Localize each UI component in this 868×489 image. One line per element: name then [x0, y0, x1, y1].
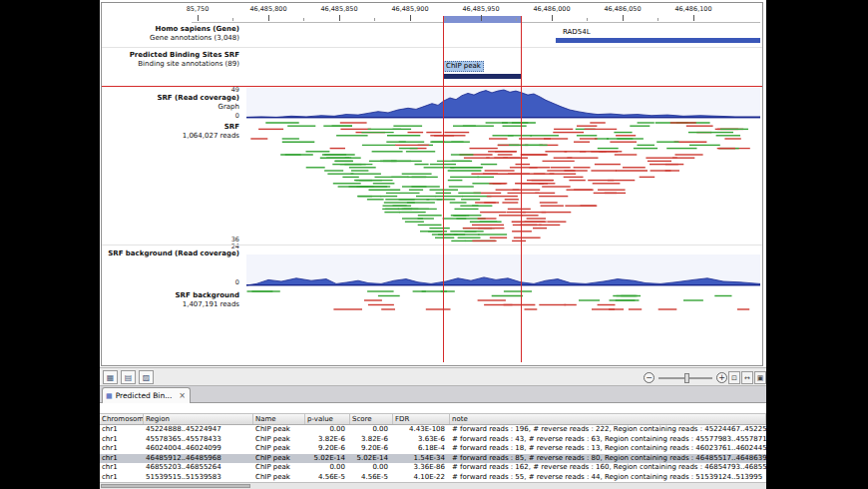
srf-background-reads-track [246, 289, 760, 313]
cell-region: 45578365..45578433 [144, 435, 253, 445]
chip-peak-annotation-bar[interactable] [443, 74, 521, 79]
cell-fdr: 6.18E-4 [393, 444, 450, 454]
cell-fdr: 1.54E-34 [393, 454, 450, 464]
table-row[interactable]: chr146485912..46485968ChIP peak5.02E-145… [100, 454, 766, 464]
srf-coverage-axis-max: 49 [102, 86, 239, 94]
genome-ruler: 85,75046,485,80046,485,85046,485,90046,4… [102, 3, 762, 25]
srf-coverage-subtitle: Graph [102, 103, 239, 111]
cell-fdr: 4.43E-108 [393, 425, 450, 435]
fit-width-icon[interactable]: ↔ [741, 371, 753, 384]
zoom-in-icon[interactable]: + [716, 372, 727, 383]
genome-browser-window: 85,75046,485,80046,485,85046,485,90046,4… [100, 0, 766, 489]
ruler-minor-tick [587, 18, 588, 21]
statusbar-right: ⊡↔▣ [728, 371, 766, 384]
track-separator [102, 244, 762, 245]
results-table-panel: ChromosomeRegionNamep-valueScoreFDRnote … [100, 403, 766, 489]
srf-coverage-title: SRF (Read coverage) [102, 94, 239, 102]
ruler-tick-mark [339, 15, 340, 21]
cell-score: 9.20E-6 [350, 444, 393, 454]
zoom-slider-thumb[interactable] [684, 373, 689, 383]
cell-chromosome: chr1 [100, 435, 144, 445]
cell-score: 5.02E-14 [350, 454, 393, 464]
column-header-fdr[interactable]: FDR [393, 414, 450, 424]
table-row[interactable]: chr146024004..46024099ChIP peak9.20E-69.… [100, 444, 766, 454]
column-header-score[interactable]: Score [350, 414, 393, 424]
bg-coverage-title: SRF background (Read coverage) [102, 249, 239, 257]
cell-name: ChIP peak [253, 454, 305, 464]
bottom-tab-bar: ▦Predicted Bin...× [100, 386, 766, 403]
side-panel-icon[interactable]: ▨ [139, 370, 154, 384]
ruler-tick-label: 85,750 [187, 5, 210, 13]
cell-note: # forward reads : 85, # reverse reads : … [450, 454, 766, 464]
table-row[interactable]: chr145224888..45224947ChIP peak0.000.004… [100, 425, 766, 435]
cell-fdr: 3.63E-6 [393, 435, 450, 445]
track-separator [102, 47, 762, 48]
table-icon: ▦ [106, 392, 113, 400]
selection-right-line [521, 16, 522, 362]
cell-chromosome: chr1 [100, 473, 144, 483]
column-header-pval[interactable]: p-value [305, 414, 350, 424]
table-row[interactable]: chr146855203..46855264ChIP peak0.000.003… [100, 463, 766, 473]
zoom-out-icon[interactable]: − [644, 372, 654, 383]
show-trackview-icon[interactable]: ▤ [121, 370, 136, 384]
ruler-tick-label: 46,486,100 [674, 5, 711, 13]
ruler-tick-label: 46,485,850 [320, 5, 357, 13]
results-table-body: chr145224888..45224947ChIP peak0.000.004… [100, 425, 766, 482]
tab-label: Predicted Bin... [116, 391, 173, 400]
srf-background-coverage-graph [246, 254, 760, 286]
cell-region: 46855203..46855264 [144, 463, 253, 473]
cell-p_value: 9.20E-6 [305, 444, 350, 454]
cell-name: ChIP peak [253, 473, 305, 483]
srf-reads-title: SRF [102, 123, 239, 131]
column-header-chrom[interactable]: Chromosome [100, 414, 144, 424]
gene-annotation-bar[interactable] [556, 38, 760, 43]
cell-fdr: 3.36E-86 [393, 463, 450, 473]
ruler-tick-mark [623, 15, 624, 21]
cell-note: # forward reads : 162, # reverse reads :… [450, 463, 766, 473]
bg-reads-subtitle: 1,407,191 reads [102, 300, 239, 308]
column-header-region[interactable]: Region [144, 414, 253, 424]
table-row[interactable]: chr151539515..51539583ChIP peak4.56E-54.… [100, 473, 766, 483]
scrollbar-thumb[interactable] [101, 484, 250, 488]
cell-note: # forward reads : 55, # reverse reads : … [450, 473, 766, 483]
srf-coverage-graph [246, 88, 760, 119]
tab-close-icon[interactable]: × [179, 391, 186, 400]
selection-horizontal-line [102, 86, 762, 87]
ruler-tick-label: 46,485,800 [249, 5, 286, 13]
cell-region: 45224888..45224947 [144, 425, 253, 435]
cell-p_value: 3.82E-6 [305, 435, 350, 445]
chip-peak-annotation-label[interactable]: ChIP peak [443, 61, 484, 72]
zoom-100-icon[interactable]: ⊡ [728, 371, 740, 384]
cell-score: 0.00 [350, 463, 393, 473]
zoom-slider[interactable] [658, 377, 712, 379]
pan-mode-icon[interactable]: ▣ [754, 371, 766, 384]
tab-predicted-binding-sites[interactable]: ▦Predicted Bin...× [102, 387, 191, 403]
ruler-minor-tick [232, 18, 233, 21]
ruler-tick-mark [410, 15, 411, 21]
show-table-icon[interactable]: ▦ [103, 370, 118, 384]
ruler-tick-mark [268, 15, 269, 21]
ruler-tick-mark [552, 15, 553, 21]
column-header-name[interactable]: Name [253, 414, 305, 424]
cell-name: ChIP peak [253, 435, 305, 445]
ruler-tick-label: 46,486,000 [533, 5, 570, 13]
srf-reads-track [246, 121, 760, 244]
cell-chromosome: chr1 [100, 463, 144, 473]
bg-reads-title: SRF background [102, 291, 239, 299]
srf-coverage-axis-zero: 0 [102, 112, 239, 120]
horizontal-scrollbar[interactable] [100, 482, 766, 489]
cell-score: 3.82E-6 [350, 435, 393, 445]
ruler-tick-mark [198, 15, 199, 21]
results-table-header: ChromosomeRegionNamep-valueScoreFDRnote [100, 413, 766, 425]
track-list-view[interactable]: 85,75046,485,80046,485,85046,485,90046,4… [101, 2, 763, 366]
cell-chromosome: chr1 [100, 454, 144, 464]
ruler-minor-tick [303, 18, 304, 21]
ruler-minor-tick [516, 18, 517, 21]
cell-note: # forward reads : 196, # reverse reads :… [450, 425, 766, 435]
cell-note: # forward reads : 18, # reverse reads : … [450, 444, 766, 454]
cell-name: ChIP peak [253, 425, 305, 435]
cell-score: 0.00 [350, 425, 393, 435]
column-header-note[interactable]: note [450, 414, 766, 424]
ruler-tick-mark [693, 15, 694, 21]
table-row[interactable]: chr145578365..45578433ChIP peak3.82E-63.… [100, 435, 766, 445]
